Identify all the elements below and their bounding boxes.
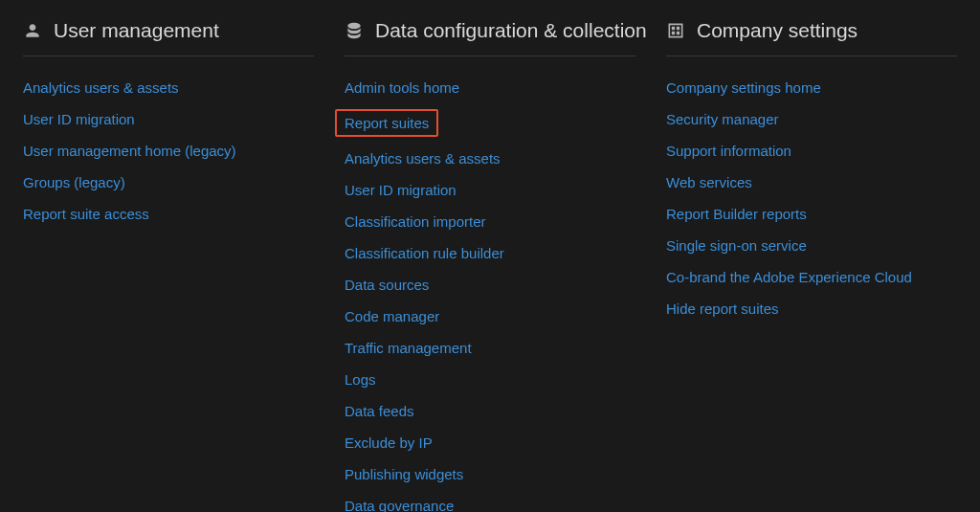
link-item-highlighted: Report suites — [345, 103, 635, 143]
link-admin-tools-home[interactable]: Admin tools home — [345, 78, 459, 98]
link-report-suite-access[interactable]: Report suite access — [23, 204, 149, 224]
link-item: Admin tools home — [345, 72, 635, 103]
link-data-governance[interactable]: Data governance — [345, 496, 454, 512]
link-item: Groups (legacy) — [23, 167, 314, 198]
link-report-builder-reports[interactable]: Report Builder reports — [666, 204, 807, 224]
link-item: Data sources — [345, 269, 635, 301]
link-code-manager[interactable]: Code manager — [345, 306, 439, 326]
column-company-settings: Company settings Company settings home S… — [666, 19, 957, 493]
link-data-sources[interactable]: Data sources — [345, 275, 429, 295]
link-report-suites[interactable]: Report suites — [335, 109, 438, 137]
link-item: Report Builder reports — [666, 198, 957, 230]
link-hide-report-suites[interactable]: Hide report suites — [666, 299, 779, 319]
link-classification-importer[interactable]: Classification importer — [345, 211, 486, 232]
link-list-data-configuration: Admin tools home Report suites Analytics… — [345, 72, 635, 512]
link-list-company-settings: Company settings home Security manager S… — [666, 72, 957, 324]
link-item: Co-brand the Adobe Experience Cloud — [666, 261, 957, 293]
link-item: Classification rule builder — [345, 237, 635, 269]
link-single-sign-on-service[interactable]: Single sign-on service — [666, 235, 807, 256]
link-traffic-management[interactable]: Traffic management — [345, 338, 472, 358]
column-data-configuration: Data configuration & collection Admin to… — [345, 19, 635, 493]
column-title: User management — [54, 19, 219, 42]
link-item: Analytics users & assets — [23, 72, 314, 103]
link-logs[interactable]: Logs — [345, 369, 376, 390]
column-user-management: User management Analytics users & assets… — [23, 19, 314, 493]
link-item: Security manager — [666, 103, 957, 135]
link-item: Data feeds — [345, 395, 635, 427]
user-icon — [23, 21, 42, 40]
link-publishing-widgets[interactable]: Publishing widgets — [345, 464, 463, 484]
link-item: Support information — [666, 135, 957, 167]
link-item: Company settings home — [666, 72, 957, 103]
link-groups-legacy[interactable]: Groups (legacy) — [23, 172, 125, 192]
column-header-user-management: User management — [23, 19, 314, 56]
link-item: User ID migration — [345, 174, 635, 206]
column-header-data-configuration: Data configuration & collection — [345, 19, 635, 56]
link-security-manager[interactable]: Security manager — [666, 109, 779, 129]
link-item: Data governance — [345, 490, 635, 512]
link-company-settings-home[interactable]: Company settings home — [666, 78, 821, 98]
link-item: Hide report suites — [666, 293, 957, 324]
link-item: Web services — [666, 167, 957, 198]
link-list-user-management: Analytics users & assets User ID migrati… — [23, 72, 314, 230]
link-data-feeds[interactable]: Data feeds — [345, 401, 414, 421]
link-item: User ID migration — [23, 103, 314, 135]
link-item: Classification importer — [345, 206, 635, 237]
link-user-id-migration[interactable]: User ID migration — [23, 109, 135, 129]
building-icon — [666, 21, 685, 40]
link-exclude-by-ip[interactable]: Exclude by IP — [345, 433, 433, 453]
link-item: Report suite access — [23, 198, 314, 230]
database-icon — [345, 21, 364, 40]
link-web-services[interactable]: Web services — [666, 172, 752, 192]
link-analytics-users-assets-2[interactable]: Analytics users & assets — [345, 148, 501, 168]
column-header-company-settings: Company settings — [666, 19, 957, 56]
link-analytics-users-assets[interactable]: Analytics users & assets — [23, 78, 179, 98]
link-user-management-home-legacy[interactable]: User management home (legacy) — [23, 141, 236, 161]
link-co-brand-adobe-experience-cloud[interactable]: Co-brand the Adobe Experience Cloud — [666, 267, 912, 287]
link-support-information[interactable]: Support information — [666, 141, 791, 161]
link-item: Exclude by IP — [345, 427, 635, 458]
link-item: User management home (legacy) — [23, 135, 314, 167]
link-item: Publishing widgets — [345, 458, 635, 490]
link-item: Traffic management — [345, 332, 635, 364]
link-classification-rule-builder[interactable]: Classification rule builder — [345, 243, 504, 263]
link-item: Logs — [345, 364, 635, 395]
link-item: Analytics users & assets — [345, 143, 635, 174]
link-user-id-migration-2[interactable]: User ID migration — [345, 180, 457, 200]
link-item: Code manager — [345, 301, 635, 332]
column-title: Data configuration & collection — [375, 19, 647, 42]
column-title: Company settings — [697, 19, 858, 42]
link-item: Single sign-on service — [666, 230, 957, 261]
